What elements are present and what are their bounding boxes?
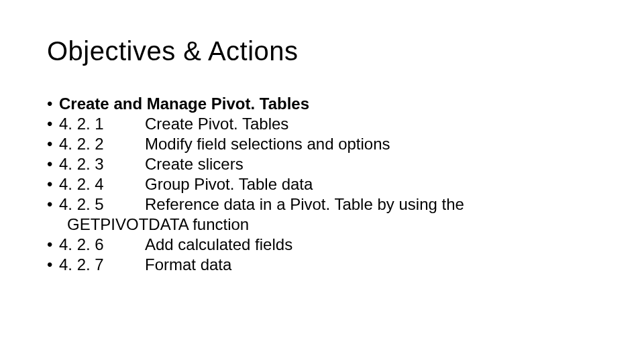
item-text: Add calculated fields [145, 235, 597, 255]
item-number: 4. 2. 3 [59, 154, 145, 174]
list-heading: • Create and Manage Pivot. Tables [47, 94, 597, 114]
item-text: Group Pivot. Table data [145, 174, 597, 194]
bullet-icon: • [47, 154, 59, 174]
item-number: 4. 2. 4 [59, 174, 145, 194]
slide-title: Objectives & Actions [47, 36, 597, 66]
bullet-icon: • [47, 134, 59, 154]
item-text: Create Pivot. Tables [145, 114, 597, 134]
bullet-icon: • [47, 114, 59, 134]
bullet-list: • Create and Manage Pivot. Tables • 4. 2… [47, 94, 597, 275]
item-number: 4. 2. 5 [59, 194, 145, 215]
bullet-icon: • [47, 94, 59, 114]
list-item: • 4. 2. 7 Format data [47, 255, 597, 275]
list-item: • 4. 2. 6 Add calculated fields [47, 235, 597, 255]
bullet-icon: • [47, 235, 59, 255]
item-number: 4. 2. 6 [59, 235, 145, 255]
slide: Objectives & Actions • Create and Manage… [0, 0, 644, 362]
item-number: 4. 2. 7 [59, 255, 145, 275]
item-number: 4. 2. 1 [59, 114, 145, 134]
list-item: • 4. 2. 1 Create Pivot. Tables [47, 114, 597, 134]
heading-text: Create and Manage Pivot. Tables [59, 94, 597, 114]
bullet-icon: • [47, 174, 59, 194]
item-text: Create slicers [145, 154, 597, 174]
item-text: Reference data in a Pivot. Table by usin… [145, 194, 597, 215]
item-text: Modify field selections and options [145, 134, 597, 154]
item-text: Format data [145, 255, 597, 275]
bullet-icon: • [47, 255, 59, 275]
wrapped-line: GETPIVOTDATA function [47, 215, 597, 235]
list-item: • 4. 2. 5 Reference data in a Pivot. Tab… [47, 194, 597, 215]
list-item: • 4. 2. 4 Group Pivot. Table data [47, 174, 597, 194]
bullet-icon: • [47, 194, 59, 215]
list-item: • 4. 2. 2 Modify field selections and op… [47, 134, 597, 154]
item-number: 4. 2. 2 [59, 134, 145, 154]
list-item: • 4. 2. 3 Create slicers [47, 154, 597, 174]
